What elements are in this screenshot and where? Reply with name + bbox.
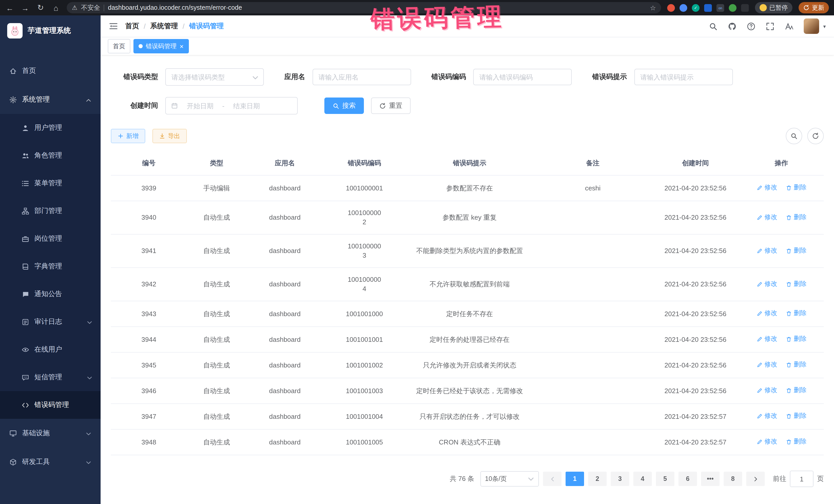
error-hint-input[interactable] — [634, 69, 733, 85]
goto-page-input[interactable] — [790, 470, 813, 487]
table-toolbar: 新增 导出 — [111, 128, 824, 144]
edit-button[interactable]: 修改 — [756, 183, 777, 192]
header-search-icon[interactable] — [709, 22, 718, 30]
sidebar-item-3[interactable]: 角色管理 — [0, 141, 101, 169]
pager-next-button[interactable] — [746, 472, 765, 486]
delete-button[interactable]: 删除 — [786, 386, 807, 395]
tab-dot — [138, 44, 143, 48]
sidebar-item-5[interactable]: 部门管理 — [0, 197, 101, 225]
delete-button[interactable]: 删除 — [786, 334, 807, 343]
sidebar-item-4[interactable]: 菜单管理 — [0, 169, 101, 197]
sidebar-item-13[interactable]: 基础设施 — [0, 419, 101, 447]
font-size-icon[interactable] — [785, 22, 793, 30]
browser-forward-icon[interactable]: → — [21, 3, 30, 12]
extension-icon-check[interactable]: ✓ — [692, 4, 700, 12]
tab-active[interactable]: 错误码管理× — [133, 39, 189, 53]
start-date-input[interactable] — [180, 101, 220, 110]
error-code-input[interactable] — [473, 69, 572, 85]
profile-paused-badge[interactable]: 已暂停 — [755, 2, 792, 13]
extension-icon-on[interactable]: on — [717, 4, 724, 12]
edit-button[interactable]: 修改 — [756, 212, 777, 221]
pager-page-6[interactable]: 6 — [679, 472, 697, 486]
search-button[interactable]: 搜索 — [324, 97, 364, 114]
pager-page-2[interactable]: 2 — [588, 472, 607, 486]
browser-url-bar[interactable]: ⚠ 不安全 dashboard.yudao.iocoder.cn/system/… — [67, 2, 661, 13]
edit-button[interactable]: 修改 — [756, 411, 777, 420]
edit-button[interactable]: 修改 — [756, 246, 777, 255]
extension-icon-blue[interactable] — [680, 4, 687, 12]
delete-button[interactable]: 删除 — [786, 183, 807, 192]
export-button[interactable]: 导出 — [152, 129, 187, 143]
pager-more[interactable]: ••• — [701, 472, 720, 486]
user-avatar[interactable] — [804, 19, 819, 34]
error-type-input[interactable] — [166, 73, 252, 81]
breadcrumb-item[interactable]: 系统管理 — [150, 22, 178, 31]
hamburger-icon[interactable] — [109, 22, 118, 30]
delete-button[interactable]: 删除 — [786, 360, 807, 369]
sidebar-item-label: 在线用户 — [35, 345, 62, 354]
delete-button[interactable]: 删除 — [786, 411, 807, 420]
sidebar-item-11[interactable]: 短信管理 — [0, 364, 101, 391]
browser-back-icon[interactable]: ← — [5, 3, 14, 12]
tree-icon — [22, 207, 29, 215]
edit-button[interactable]: 修改 — [756, 360, 777, 369]
pager-page-5[interactable]: 5 — [656, 472, 674, 486]
sidebar-item-12[interactable]: 错误码管理 — [0, 391, 101, 419]
sidebar-item-7[interactable]: 字典管理 — [0, 253, 101, 280]
pager-page-1[interactable]: 1 — [566, 472, 584, 486]
pager-page-4[interactable]: 4 — [633, 472, 652, 486]
sidebar-item-6[interactable]: 岗位管理 — [0, 225, 101, 253]
badge-icon — [22, 235, 29, 242]
sidebar-item-1[interactable]: 系统管理 — [0, 85, 101, 114]
fullscreen-icon[interactable] — [766, 22, 774, 30]
delete-button[interactable]: 删除 — [786, 279, 807, 288]
browser-home-icon[interactable]: ⌂ — [51, 3, 61, 12]
reset-button[interactable]: 重置 — [371, 97, 411, 114]
sidebar-item-14[interactable]: 研发工具 — [0, 447, 101, 476]
delete-button[interactable]: 删除 — [786, 437, 807, 446]
add-button[interactable]: 新增 — [111, 129, 145, 143]
page-size-select[interactable]: 10条/页 — [480, 471, 539, 486]
browser-reload-icon[interactable]: ↻ — [36, 3, 45, 12]
delete-button[interactable]: 删除 — [786, 308, 807, 318]
cell-time: 2021-04-20 23:52:56 — [652, 268, 739, 301]
sidebar-item-0[interactable]: 首页 — [0, 57, 101, 85]
extensions-puzzle-icon[interactable] — [741, 4, 749, 12]
edit-button[interactable]: 修改 — [756, 386, 777, 395]
extension-icon-red[interactable] — [667, 4, 675, 12]
edit-button[interactable]: 修改 — [756, 279, 777, 288]
sidebar-item-2[interactable]: 用户管理 — [0, 114, 101, 141]
breadcrumb-item[interactable]: 首页 — [125, 22, 139, 31]
sidebar-item-10[interactable]: 在线用户 — [0, 336, 101, 364]
edit-button[interactable]: 修改 — [756, 437, 777, 446]
browser-update-button[interactable]: 更新 — [798, 2, 829, 13]
extension-icon-grid[interactable] — [704, 4, 712, 12]
pager-page-8[interactable]: 8 — [724, 472, 742, 486]
total-count: 共 76 条 — [450, 474, 474, 483]
end-date-input[interactable] — [226, 101, 267, 110]
toggle-search-button[interactable] — [786, 128, 802, 144]
delete-button[interactable]: 删除 — [786, 212, 807, 221]
refresh-table-button[interactable] — [807, 128, 824, 144]
app-name-input[interactable] — [312, 69, 411, 85]
tab-label: 首页 — [113, 42, 125, 50]
delete-button[interactable]: 删除 — [786, 246, 807, 255]
app-logo[interactable]: 芋道管理系统 — [0, 15, 101, 46]
edit-button[interactable]: 修改 — [756, 308, 777, 318]
pager-page-3[interactable]: 3 — [611, 472, 629, 486]
date-range-picker[interactable]: - — [165, 97, 298, 114]
bookmark-star-icon[interactable]: ☆ — [650, 4, 656, 12]
extension-icon-green[interactable] — [729, 4, 737, 12]
github-icon[interactable] — [728, 22, 737, 30]
sidebar-item-8[interactable]: 通知公告 — [0, 280, 101, 308]
tab-item[interactable]: 首页 — [108, 39, 130, 53]
close-icon[interactable]: × — [180, 43, 183, 49]
avatar-caret-icon[interactable]: ▾ — [823, 23, 826, 29]
edit-button[interactable]: 修改 — [756, 334, 777, 343]
help-icon[interactable] — [747, 22, 755, 30]
delete-icon — [786, 336, 792, 342]
sidebar-item-9[interactable]: 审计日志 — [0, 308, 101, 336]
error-type-select[interactable] — [165, 68, 264, 86]
cell-id: 3941 — [111, 234, 187, 268]
pager-prev-button[interactable] — [543, 472, 562, 486]
